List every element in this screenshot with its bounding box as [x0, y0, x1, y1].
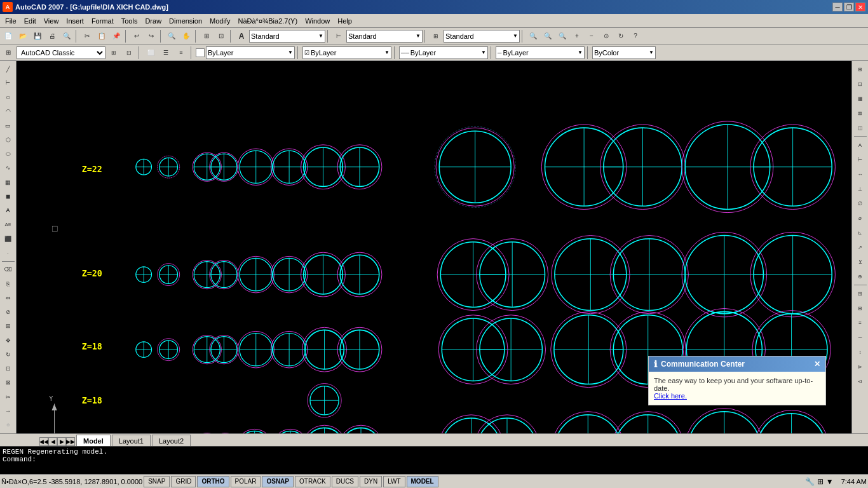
layer-dropdown[interactable]: ByLayer ▼	[206, 46, 295, 59]
draw-line-btn[interactable]: ╱	[1, 62, 15, 76]
draw-hatch-btn[interactable]: ▦	[1, 175, 15, 189]
ortho-btn[interactable]: ORTHO	[197, 476, 229, 487]
model-btn[interactable]: MODEL	[407, 476, 438, 487]
menu-insert[interactable]: Insert	[62, 16, 88, 26]
status-icon-1[interactable]: 🔧	[805, 477, 815, 486]
draw-polygon-btn[interactable]: ⬡	[1, 133, 15, 146]
modify-copy-btn[interactable]: ⎘	[1, 277, 15, 290]
tab-scroll-first-btn[interactable]: ◀◀	[39, 437, 48, 446]
drawing-area[interactable]: Y X Z=22	[17, 61, 851, 433]
menu-tools[interactable]: Tools	[118, 16, 142, 26]
modify-mirror-btn[interactable]: ⇔	[1, 291, 15, 304]
menu-view[interactable]: View	[40, 16, 63, 26]
draw-mtext-btn[interactable]: A≡	[1, 218, 15, 231]
tab-scroll-last-btn[interactable]: ▶▶	[66, 437, 75, 446]
tab-layout2[interactable]: Layout2	[152, 435, 191, 446]
lwt-btn[interactable]: LWT	[383, 476, 405, 487]
zoom-window-btn[interactable]: 🔍	[526, 29, 540, 43]
menu-window[interactable]: Window	[301, 16, 334, 26]
properties-btn[interactable]: ⊞	[200, 29, 214, 43]
right-tb-btn-12[interactable]: ⊾	[853, 226, 867, 240]
osnap-btn[interactable]: OSNAP	[262, 476, 294, 487]
zoom-realtime-btn[interactable]: 🔍	[165, 29, 179, 43]
paste-btn[interactable]: 📌	[109, 29, 123, 43]
matchprop-btn[interactable]: ⊡	[214, 29, 228, 43]
comm-center-link[interactable]: Click here.	[654, 392, 687, 400]
menu-modify[interactable]: Modify	[206, 16, 234, 26]
right-tb-btn-18[interactable]: ≡	[853, 316, 867, 330]
zoom-out-btn[interactable]: −	[585, 29, 599, 43]
tab-model[interactable]: Model	[76, 435, 111, 446]
right-tb-btn-4[interactable]: ⊠	[853, 106, 867, 120]
new-btn[interactable]: 📄	[1, 29, 15, 43]
draw-point-btn[interactable]: ·	[1, 246, 15, 259]
tab-scroll-next-btn[interactable]: ▶	[57, 437, 66, 446]
modify-move-btn[interactable]: ✥	[1, 334, 15, 347]
modify-trim-btn[interactable]: ✂	[1, 390, 15, 403]
plot-preview-btn[interactable]: 🔍	[60, 29, 74, 43]
textstyle-dropdown[interactable]: Standard ▼	[249, 30, 325, 43]
open-btn[interactable]: 📂	[16, 29, 30, 43]
linetype-dropdown[interactable]: ── ByLayer ▼	[399, 46, 488, 59]
modify-rotate-btn[interactable]: ↻	[1, 348, 15, 361]
right-tb-btn-22[interactable]: ⊲	[853, 374, 867, 388]
menu-file[interactable]: File	[1, 16, 20, 26]
zoom-prev-btn[interactable]: 🔍	[541, 29, 555, 43]
menu-help[interactable]: Help	[334, 16, 356, 26]
draw-pline-btn[interactable]: ⊢	[1, 76, 15, 90]
draw-block-btn[interactable]: ⬛	[1, 232, 15, 245]
menu-custom[interactable]: NàĐà°¤¾Bia2.7(Y)	[234, 16, 301, 26]
right-tb-btn-8[interactable]: ↔	[853, 167, 867, 181]
app-close-btn[interactable]: ✕	[855, 3, 865, 11]
modify-array-btn[interactable]: ⊞	[1, 320, 15, 333]
copy-btn[interactable]: 📋	[95, 29, 109, 43]
right-tb-btn-20[interactable]: ↕	[853, 345, 867, 359]
draw-ellipse-btn[interactable]: ⬭	[1, 147, 15, 161]
undo-btn[interactable]: ↩	[130, 29, 144, 43]
right-tb-btn-16[interactable]: ⊞	[853, 287, 867, 301]
right-tb-btn-3[interactable]: ▦	[853, 92, 867, 105]
layer-state-btn[interactable]: ≡	[174, 46, 188, 60]
dimstyle-dropdown[interactable]: Standard ▼	[346, 30, 423, 43]
right-tb-btn-5[interactable]: ◫	[853, 121, 867, 135]
plotstyle-dropdown[interactable]: ByColor ▼	[592, 46, 656, 59]
workspace-btn1[interactable]: ⊞	[107, 46, 121, 60]
menu-dimension[interactable]: Dimension	[165, 16, 206, 26]
plot-btn[interactable]: 🖨	[45, 29, 59, 43]
help-btn[interactable]: ?	[628, 29, 642, 43]
tab-layout1[interactable]: Layout1	[112, 435, 151, 446]
lineweight-dropdown[interactable]: ─ ByLayer ▼	[496, 46, 585, 59]
dyn-btn[interactable]: DYN	[360, 476, 382, 487]
zoom-ext-btn[interactable]: 🔍	[555, 29, 569, 43]
zoom-all-btn[interactable]: ⊙	[599, 29, 613, 43]
comm-center-close-btn[interactable]: ✕	[814, 360, 820, 369]
grid-btn[interactable]: GRID	[171, 476, 196, 487]
menu-edit[interactable]: Edit	[20, 16, 40, 26]
save-btn[interactable]: 💾	[31, 29, 44, 43]
redo-btn[interactable]: ↪	[144, 29, 158, 43]
otrack-btn[interactable]: OTRACK	[295, 476, 330, 487]
tablestyle-dropdown[interactable]: Standard ▼	[444, 30, 520, 43]
draw-circle-btn[interactable]: ○	[1, 91, 15, 104]
zoom-in-btn[interactable]: +	[570, 29, 584, 43]
modify-offset-btn[interactable]: ⊘	[1, 305, 15, 318]
draw-spline-btn[interactable]: ∿	[1, 161, 15, 175]
cut-btn[interactable]: ✂	[80, 29, 94, 43]
right-tb-btn-9[interactable]: ⊥	[853, 182, 867, 196]
right-tb-btn-19[interactable]: ─	[853, 330, 867, 344]
right-tb-btn-21[interactable]: ⊳	[853, 360, 867, 374]
ducs-btn[interactable]: DUCS	[332, 476, 358, 487]
draw-arc-btn[interactable]: ◠	[1, 105, 15, 118]
right-tb-btn-6[interactable]: A	[853, 138, 867, 152]
workspace-btn2[interactable]: ⊡	[122, 46, 136, 60]
app-minimize-btn[interactable]: ─	[832, 3, 843, 11]
right-tb-btn-10[interactable]: ∅	[853, 196, 867, 210]
orbit-btn[interactable]: ↻	[614, 29, 628, 43]
right-tb-btn-17[interactable]: ⊟	[853, 301, 867, 315]
modify-scale-btn[interactable]: ⊡	[1, 362, 15, 376]
modify-erase-btn[interactable]: ⌫	[1, 263, 15, 276]
right-tb-btn-14[interactable]: ⊻	[853, 255, 867, 269]
draw-text-btn[interactable]: A	[1, 204, 15, 217]
right-tb-btn-13[interactable]: ↗	[853, 240, 867, 254]
menu-draw[interactable]: Draw	[141, 16, 165, 26]
